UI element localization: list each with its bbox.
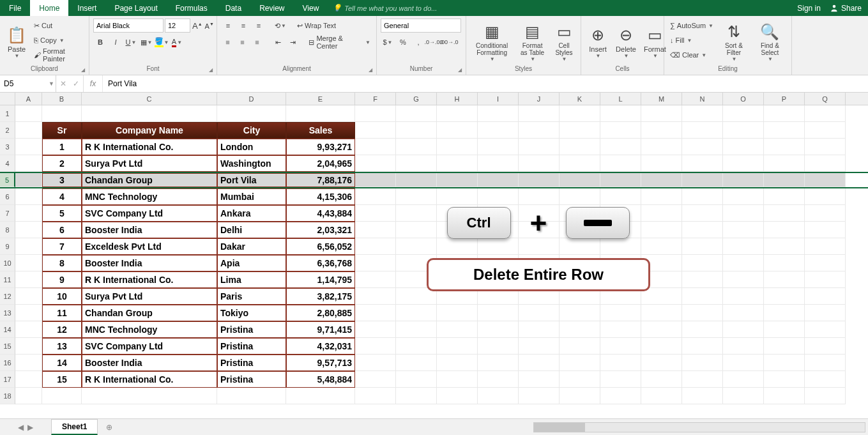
cell[interactable] [723, 238, 764, 255]
dialog-launcher-icon[interactable]: ◢ [458, 67, 464, 73]
cell[interactable]: 2,03,321 [286, 222, 355, 238]
col-header[interactable]: D [217, 93, 286, 105]
align-right-button[interactable]: ≡ [250, 35, 264, 49]
cell[interactable] [600, 173, 641, 187]
cell[interactable] [519, 321, 560, 338]
cell[interactable] [437, 139, 478, 155]
row-header[interactable]: 1 [0, 105, 15, 122]
tab-formulas[interactable]: Formulas [167, 0, 217, 16]
cell[interactable] [560, 305, 600, 321]
conditional-formatting-button[interactable]: ▦ Conditional Formatting▼ [470, 19, 514, 65]
cell[interactable] [15, 271, 42, 288]
cell[interactable] [355, 355, 396, 371]
cell[interactable] [15, 155, 42, 172]
tab-insert[interactable]: Insert [68, 0, 105, 16]
cell[interactable]: Sales [286, 122, 355, 139]
cell[interactable]: Apia [217, 255, 286, 271]
align-left-button[interactable]: ≡ [221, 35, 234, 49]
cell[interactable] [682, 388, 723, 404]
col-header[interactable]: G [396, 93, 437, 105]
increase-font-button[interactable]: A▲ [192, 19, 203, 33]
cell[interactable]: Booster India [82, 355, 217, 371]
cell[interactable] [682, 222, 723, 238]
cell[interactable]: Surya Pvt Ltd [82, 155, 217, 172]
select-all-corner[interactable] [0, 93, 15, 105]
cell[interactable]: 5,48,884 [286, 371, 355, 388]
cell[interactable] [560, 321, 600, 338]
cell[interactable] [723, 288, 764, 305]
cell[interactable] [560, 173, 600, 187]
cell[interactable]: 10 [42, 288, 82, 305]
increase-indent-button[interactable]: ⇥ [286, 35, 300, 49]
cell[interactable] [805, 355, 846, 371]
cell[interactable] [723, 255, 764, 271]
row-header[interactable]: 13 [0, 305, 15, 321]
grid-row[interactable]: 1715R K International Co.Pristina5,48,88… [0, 371, 868, 388]
cell[interactable] [805, 188, 846, 205]
cell[interactable] [682, 139, 723, 155]
cell[interactable] [15, 205, 42, 222]
cell[interactable] [478, 122, 519, 139]
cell[interactable]: Chandan Group [82, 305, 217, 321]
cell[interactable]: SVC Company Ltd [82, 205, 217, 222]
cell[interactable]: 2 [42, 155, 82, 172]
cell[interactable] [560, 105, 600, 122]
cell[interactable] [764, 105, 805, 122]
cell[interactable] [641, 338, 682, 355]
font-name-combo[interactable] [93, 19, 164, 33]
cell[interactable] [682, 122, 723, 139]
row-header[interactable]: 3 [0, 139, 15, 155]
row-header[interactable]: 4 [0, 155, 15, 172]
row-header[interactable]: 18 [0, 388, 15, 404]
cell[interactable] [82, 388, 217, 404]
cell[interactable]: Pristina [217, 338, 286, 355]
cell[interactable]: MNC Technology [82, 188, 217, 205]
cell[interactable] [805, 105, 846, 122]
cell[interactable] [682, 255, 723, 271]
cell[interactable] [478, 155, 519, 172]
percent-format-button[interactable]: % [396, 35, 410, 49]
cell[interactable] [682, 205, 723, 222]
cell[interactable] [805, 122, 846, 139]
cell[interactable] [437, 338, 478, 355]
cell[interactable] [15, 222, 42, 238]
cell[interactable] [519, 188, 560, 205]
col-header[interactable]: N [682, 93, 723, 105]
cell[interactable] [437, 188, 478, 205]
cell[interactable] [764, 222, 805, 238]
cell[interactable] [764, 305, 805, 321]
col-header[interactable]: H [437, 93, 478, 105]
cell[interactable] [764, 271, 805, 288]
col-header[interactable]: I [478, 93, 519, 105]
cell[interactable] [641, 139, 682, 155]
cell[interactable] [396, 388, 437, 404]
cell[interactable] [805, 305, 846, 321]
cell[interactable] [805, 388, 846, 404]
cell[interactable] [15, 355, 42, 371]
cell[interactable] [437, 122, 478, 139]
cell[interactable] [600, 371, 641, 388]
cell[interactable] [355, 173, 396, 187]
cell[interactable]: 12 [42, 321, 82, 338]
cell[interactable]: SVC Company Ltd [82, 338, 217, 355]
cell[interactable] [355, 122, 396, 139]
cell[interactable] [355, 155, 396, 172]
formula-input[interactable]: Port Vila [103, 75, 868, 92]
cell[interactable] [355, 338, 396, 355]
tab-review[interactable]: Review [250, 0, 293, 16]
dialog-launcher-icon[interactable]: ◢ [369, 67, 375, 73]
cell[interactable] [15, 255, 42, 271]
dialog-launcher-icon[interactable]: ◢ [81, 67, 88, 73]
cell[interactable] [82, 105, 217, 122]
tab-page-layout[interactable]: Page Layout [105, 0, 166, 16]
cell[interactable]: 6,56,052 [286, 238, 355, 255]
grid-row[interactable]: 1311Chandan GroupTokiyo2,80,885 [0, 305, 868, 321]
cell[interactable] [15, 122, 42, 139]
cell[interactable] [355, 288, 396, 305]
cell[interactable]: Pristina [217, 371, 286, 388]
col-header[interactable]: M [641, 93, 682, 105]
cell[interactable] [805, 338, 846, 355]
cell[interactable]: Ankara [217, 205, 286, 222]
row-header[interactable]: 6 [0, 188, 15, 205]
accounting-format-button[interactable]: $▼ [381, 35, 395, 49]
